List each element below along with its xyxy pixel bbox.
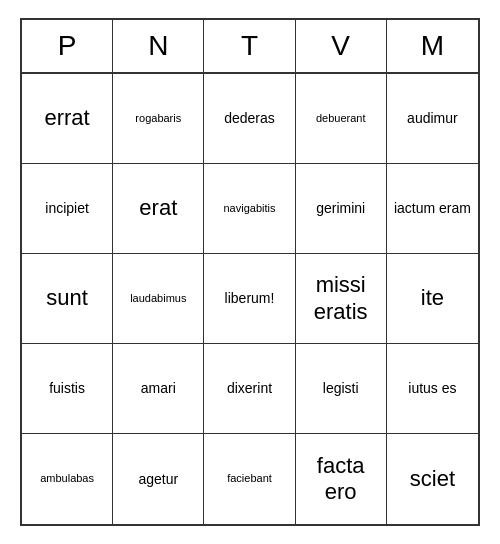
cell-text-2: dederas: [224, 110, 275, 127]
cell-text-24: sciet: [410, 466, 455, 492]
bingo-cell-7: navigabitis: [204, 164, 295, 254]
cell-text-23: facta ero: [300, 453, 382, 506]
cell-text-4: audimur: [407, 110, 458, 127]
cell-text-11: laudabimus: [130, 292, 186, 305]
bingo-cell-14: ite: [387, 254, 478, 344]
bingo-cell-18: legisti: [296, 344, 387, 434]
bingo-cell-16: amari: [113, 344, 204, 434]
bingo-cell-19: iutus es: [387, 344, 478, 434]
bingo-cell-0: errat: [22, 74, 113, 164]
bingo-cell-9: iactum eram: [387, 164, 478, 254]
header-col-m: M: [387, 20, 478, 72]
bingo-cell-13: missi eratis: [296, 254, 387, 344]
cell-text-10: sunt: [46, 285, 88, 311]
cell-text-16: amari: [141, 380, 176, 397]
bingo-header: PNTVM: [22, 20, 478, 74]
cell-text-0: errat: [44, 105, 89, 131]
bingo-cell-1: rogabaris: [113, 74, 204, 164]
bingo-cell-5: incipiet: [22, 164, 113, 254]
header-col-t: T: [204, 20, 295, 72]
cell-text-6: erat: [139, 195, 177, 221]
cell-text-1: rogabaris: [135, 112, 181, 125]
bingo-card: PNTVM erratrogabarisdederasdebuerantaudi…: [20, 18, 480, 526]
bingo-cell-8: gerimini: [296, 164, 387, 254]
cell-text-15: fuistis: [49, 380, 85, 397]
cell-text-13: missi eratis: [300, 272, 382, 325]
bingo-cell-4: audimur: [387, 74, 478, 164]
bingo-cell-24: sciet: [387, 434, 478, 524]
bingo-cell-23: facta ero: [296, 434, 387, 524]
bingo-cell-12: liberum!: [204, 254, 295, 344]
header-col-p: P: [22, 20, 113, 72]
header-col-n: N: [113, 20, 204, 72]
cell-text-5: incipiet: [45, 200, 89, 217]
cell-text-21: agetur: [138, 471, 178, 488]
cell-text-20: ambulabas: [40, 472, 94, 485]
bingo-cell-20: ambulabas: [22, 434, 113, 524]
header-col-v: V: [296, 20, 387, 72]
cell-text-22: faciebant: [227, 472, 272, 485]
bingo-grid: erratrogabarisdederasdebuerantaudimurinc…: [22, 74, 478, 524]
bingo-cell-6: erat: [113, 164, 204, 254]
bingo-cell-15: fuistis: [22, 344, 113, 434]
bingo-cell-2: dederas: [204, 74, 295, 164]
cell-text-7: navigabitis: [224, 202, 276, 215]
cell-text-12: liberum!: [225, 290, 275, 307]
bingo-cell-11: laudabimus: [113, 254, 204, 344]
bingo-cell-17: dixerint: [204, 344, 295, 434]
cell-text-14: ite: [421, 285, 444, 311]
bingo-cell-21: agetur: [113, 434, 204, 524]
cell-text-17: dixerint: [227, 380, 272, 397]
bingo-cell-10: sunt: [22, 254, 113, 344]
cell-text-19: iutus es: [408, 380, 456, 397]
bingo-cell-22: faciebant: [204, 434, 295, 524]
cell-text-8: gerimini: [316, 200, 365, 217]
cell-text-18: legisti: [323, 380, 359, 397]
bingo-cell-3: debuerant: [296, 74, 387, 164]
cell-text-9: iactum eram: [394, 200, 471, 217]
cell-text-3: debuerant: [316, 112, 366, 125]
